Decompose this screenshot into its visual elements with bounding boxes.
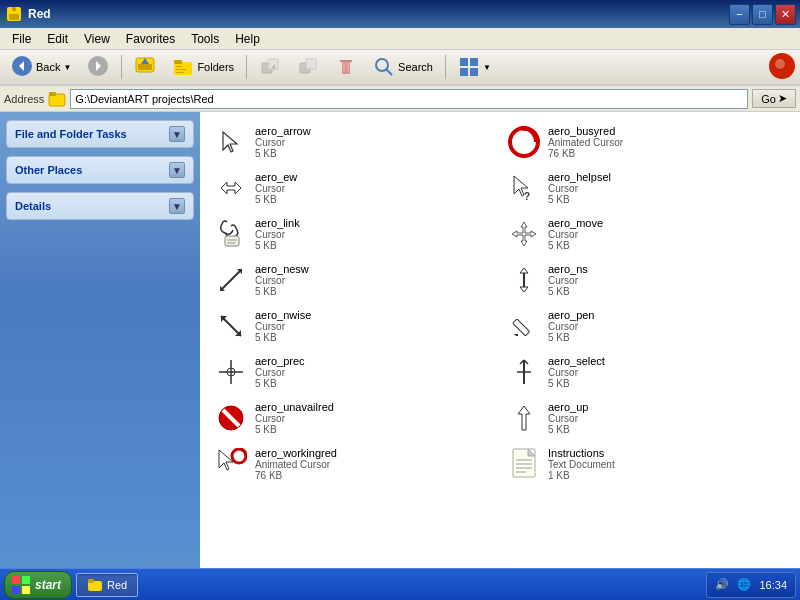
details-label: Details — [15, 200, 51, 212]
folders-label: Folders — [197, 61, 234, 73]
main-area: File and Folder Tasks ▼ Other Places ▼ D… — [0, 112, 800, 568]
file-icon-prec — [215, 356, 247, 388]
list-item[interactable]: Instructions Text Document 1 KB — [501, 442, 792, 486]
minimize-button[interactable]: − — [729, 4, 750, 25]
file-icon-nwise — [215, 310, 247, 342]
toolbar-sep-2 — [246, 55, 247, 79]
file-folder-tasks-header[interactable]: File and Folder Tasks ▼ — [7, 121, 193, 147]
menu-edit[interactable]: Edit — [39, 30, 76, 48]
list-item[interactable]: aero_nwise Cursor 5 KB — [208, 304, 499, 348]
list-item[interactable]: aero_unavailred Cursor 5 KB — [208, 396, 499, 440]
back-button[interactable]: Back ▼ — [4, 51, 78, 83]
list-item[interactable]: ? aero_helpsel Cursor 5 KB — [501, 166, 792, 210]
delete-button[interactable] — [328, 52, 364, 82]
copy-icon — [297, 56, 319, 78]
other-places-collapse-btn[interactable]: ▼ — [169, 162, 185, 178]
svg-rect-41 — [225, 236, 239, 246]
details-header[interactable]: Details ▼ — [7, 193, 193, 219]
file-icon-move — [508, 218, 540, 250]
svg-rect-3 — [12, 7, 16, 11]
file-icon-helpsel: ? — [508, 172, 540, 204]
svg-rect-12 — [174, 60, 182, 64]
list-item[interactable]: aero_ns Cursor 5 KB — [501, 258, 792, 302]
address-input[interactable] — [70, 89, 748, 109]
toolbar: Back ▼ Folders — [0, 50, 800, 86]
list-item[interactable]: aero_up Cursor 5 KB — [501, 396, 792, 440]
details-collapse-btn[interactable]: ▼ — [169, 198, 185, 214]
list-item[interactable]: aero_move Cursor 5 KB — [501, 212, 792, 256]
file-grid: aero_arrow Cursor 5 KB aero_busyred Anim… — [208, 120, 792, 486]
forward-icon — [87, 55, 109, 79]
copy-button[interactable] — [290, 52, 326, 82]
list-item[interactable]: aero_pen Cursor 5 KB — [501, 304, 792, 348]
file-icon-busyred — [508, 126, 540, 158]
window-title: Red — [28, 7, 51, 21]
svg-rect-27 — [460, 58, 468, 66]
svg-rect-22 — [340, 60, 352, 62]
svg-line-26 — [386, 69, 392, 75]
svg-rect-79 — [88, 579, 94, 583]
svg-rect-14 — [176, 69, 186, 70]
go-button[interactable]: Go ➤ — [752, 89, 796, 108]
address-icon — [48, 90, 66, 108]
taskbar-tray: 🔊 🌐 16:34 — [706, 572, 796, 598]
svg-rect-29 — [460, 68, 468, 76]
menu-tools[interactable]: Tools — [183, 30, 227, 48]
views-dropdown-icon[interactable]: ▼ — [483, 63, 491, 72]
addressbar: Address Go ➤ — [0, 86, 800, 112]
sidebar-section-file-tasks: File and Folder Tasks ▼ — [6, 120, 194, 148]
svg-marker-44 — [512, 222, 536, 246]
menubar: File Edit View Favorites Tools Help — [0, 28, 800, 50]
taskbar: start Red 🔊 🌐 16:34 — [0, 568, 800, 600]
svg-marker-55 — [514, 334, 518, 336]
menu-favorites[interactable]: Favorites — [118, 30, 183, 48]
svg-marker-66 — [219, 450, 233, 470]
list-item[interactable]: aero_arrow Cursor 5 KB — [208, 120, 499, 164]
taskbar-folder-icon — [87, 577, 103, 593]
maximize-button[interactable]: □ — [752, 4, 773, 25]
xp-logo — [768, 52, 796, 82]
windows-logo-icon — [11, 575, 31, 595]
back-icon — [11, 55, 33, 79]
svg-rect-21 — [342, 61, 350, 74]
toolbar-sep-3 — [445, 55, 446, 79]
list-item[interactable]: aero_select Cursor 5 KB — [501, 350, 792, 394]
list-item[interactable]: aero_prec Cursor 5 KB — [208, 350, 499, 394]
file-icon-arrow — [215, 126, 247, 158]
svg-rect-54 — [513, 319, 530, 336]
list-item[interactable]: aero_nesw Cursor 5 KB — [208, 258, 499, 302]
start-button[interactable]: start — [4, 571, 72, 599]
move-button[interactable] — [252, 52, 288, 82]
start-label: start — [35, 578, 61, 592]
menu-view[interactable]: View — [76, 30, 118, 48]
menu-help[interactable]: Help — [227, 30, 268, 48]
sidebar-section-details: Details ▼ — [6, 192, 194, 220]
list-item[interactable]: aero_busyred Animated Cursor 76 KB — [501, 120, 792, 164]
file-list: aero_arrow Cursor 5 KB aero_busyred Anim… — [200, 112, 800, 568]
svg-line-45 — [221, 270, 241, 290]
file-tasks-collapse-btn[interactable]: ▼ — [169, 126, 185, 142]
svg-rect-76 — [12, 586, 20, 594]
views-button[interactable]: ▼ — [451, 52, 498, 82]
other-places-header[interactable]: Other Places ▼ — [7, 157, 193, 183]
other-places-label: Other Places — [15, 164, 82, 176]
list-item[interactable]: aero_ew Cursor 5 KB — [208, 166, 499, 210]
taskbar-window-red[interactable]: Red — [76, 573, 138, 597]
file-icon-link — [215, 218, 247, 250]
svg-marker-65 — [518, 406, 530, 430]
views-icon — [458, 56, 480, 78]
file-icon-pen — [508, 310, 540, 342]
menu-file[interactable]: File — [4, 30, 39, 48]
file-icon-textdoc — [508, 448, 540, 480]
folders-button[interactable]: Folders — [165, 52, 241, 82]
file-icon-workingred — [215, 448, 247, 480]
back-dropdown-icon[interactable]: ▼ — [63, 63, 71, 72]
window-icon — [6, 6, 22, 22]
svg-text:?: ? — [524, 191, 530, 202]
forward-button[interactable] — [80, 51, 116, 83]
list-item[interactable]: aero_link Cursor 5 KB — [208, 212, 499, 256]
search-button[interactable]: Search — [366, 52, 440, 82]
close-button[interactable]: ✕ — [775, 4, 796, 25]
up-button[interactable] — [127, 52, 163, 82]
list-item[interactable]: aero_workingred Animated Cursor 76 KB — [208, 442, 499, 486]
